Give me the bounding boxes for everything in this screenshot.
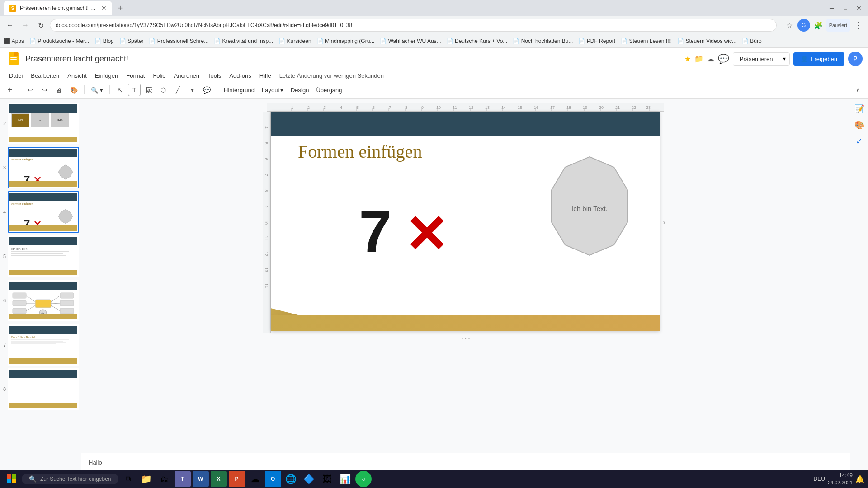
bookmark-apps[interactable]: ⬛ Apps — [4, 38, 24, 44]
menu-addons[interactable]: Add-ons — [226, 70, 255, 81]
star-icon[interactable]: ☆ — [783, 19, 796, 32]
taskbar-edge[interactable]: 🔷 — [301, 471, 317, 487]
bookmark-7[interactable]: 📄 Mindmapping (Gru... — [317, 38, 375, 44]
slide-thumbnail-4[interactable]: Formen einfügen 7 ✕ — [8, 191, 79, 233]
task-view-button[interactable]: ⧉ — [120, 471, 137, 487]
menu-bearbeiten[interactable]: Bearbeiten — [27, 70, 63, 81]
slide-shape-cross[interactable]: ✕ — [404, 209, 448, 261]
taskbar-teams[interactable]: T — [175, 471, 191, 487]
slide-thumbnail-6[interactable]: 🗺 — [8, 280, 79, 321]
image-tool[interactable]: 🖼 — [142, 84, 155, 96]
bookmark-8[interactable]: 📄 Wahlfächer WU Aus... — [380, 38, 441, 44]
bookmark-13[interactable]: 📄 Steuern Videos wic... — [677, 38, 736, 44]
shape-tool[interactable]: ⬡ — [157, 84, 170, 96]
taskbar-files[interactable]: 🗂 — [156, 471, 173, 487]
line-tool[interactable]: ╱ — [171, 84, 184, 96]
add-slide-button[interactable]: + — [4, 84, 16, 96]
menu-anordnen[interactable]: Anordnen — [170, 70, 203, 81]
undo-button[interactable]: ↩ — [24, 84, 37, 96]
bookmark-11[interactable]: 📄 PDF Report — [578, 38, 615, 44]
right-panel-icon-3[interactable]: ✓ — [853, 135, 866, 148]
bookmark-3[interactable]: 📄 Später — [119, 38, 144, 44]
menu-format[interactable]: Format — [123, 70, 148, 81]
lens-icon[interactable]: G — [797, 19, 810, 32]
pause-icon[interactable]: Pausiert — [826, 19, 850, 32]
active-tab[interactable]: S Präsentieren leicht gemacht! – G... ✕ — [4, 1, 112, 15]
line-dropdown[interactable]: ▾ — [186, 84, 198, 96]
bookmark-10[interactable]: 📄 Noch hochladen Bu... — [513, 38, 573, 44]
cursor-tool[interactable]: ↖ — [113, 84, 126, 96]
close-button[interactable]: ✕ — [854, 3, 864, 14]
menu-hilfe[interactable]: Hilfe — [256, 70, 275, 81]
taskbar-explorer[interactable]: 📁 — [138, 471, 155, 487]
bookmark-4[interactable]: 📄 Professionell Schre... — [149, 38, 208, 44]
address-input[interactable]: docs.google.com/presentation/d/1yV372SO5… — [50, 19, 777, 32]
menu-tools[interactable]: Tools — [204, 70, 225, 81]
slide-thumbnail-3[interactable]: Formen einfügen 7 ✕ — [8, 147, 79, 188]
taskbar-word[interactable]: W — [193, 471, 209, 487]
menu-datei[interactable]: Datei — [5, 70, 26, 81]
right-panel-icon-2[interactable]: 🎨 — [853, 119, 866, 131]
taskbar-search[interactable]: 🔍 Zur Suche Text hier eingeben — [22, 474, 118, 484]
expand-right-panel[interactable]: › — [660, 112, 669, 333]
redo-button[interactable]: ↪ — [38, 84, 51, 96]
user-avatar[interactable]: P — [848, 52, 863, 66]
bookmark-12[interactable]: 📄 Steuern Lesen !!!! — [621, 38, 672, 44]
collapse-panel-button[interactable]: ∧ — [852, 84, 864, 96]
extension-icon[interactable]: 🧩 — [812, 19, 825, 32]
menu-ansicht[interactable]: Ansicht — [64, 70, 90, 81]
star-doc-icon[interactable]: ★ — [684, 55, 691, 63]
minimize-button[interactable]: ─ — [826, 3, 837, 14]
slide-thumbnail-8[interactable] — [8, 368, 79, 410]
present-dropdown-arrow[interactable]: ▾ — [779, 53, 789, 65]
taskbar-excel[interactable]: X — [211, 471, 227, 487]
bookmark-9[interactable]: 📄 Deutsche Kurs + Vo... — [447, 38, 508, 44]
back-button[interactable]: ← — [4, 19, 16, 32]
bookmark-6[interactable]: 📄 Kursideen — [278, 38, 311, 44]
more-button[interactable]: ⋮ — [852, 19, 864, 32]
share-button[interactable]: 👤 Freigeben — [793, 52, 844, 66]
taskbar-onedrive[interactable]: ☁ — [247, 471, 263, 487]
maximize-button[interactable]: □ — [840, 3, 851, 14]
comments-button[interactable]: 💬 — [718, 53, 729, 64]
bookmark-1[interactable]: 📄 Produktsuche - Mer... — [29, 38, 89, 44]
text-box-tool[interactable]: T — [128, 84, 141, 96]
bookmark-14[interactable]: 📄 Büro — [742, 38, 762, 44]
paint-format-button[interactable]: 🎨 — [67, 84, 80, 96]
zoom-dropdown[interactable]: 🔍 ▾ — [88, 85, 106, 95]
transition-dropdown[interactable]: Übergang — [313, 85, 344, 95]
taskbar-app1[interactable]: 📊 — [337, 471, 354, 487]
cloud-icon[interactable]: ☁ — [707, 55, 714, 63]
bookmark-2[interactable]: 📄 Blog — [94, 38, 113, 44]
taskbar-spotify[interactable]: ♫ — [355, 471, 372, 487]
start-button[interactable] — [4, 471, 20, 487]
refresh-button[interactable]: ↻ — [34, 19, 47, 32]
taskbar-chrome[interactable]: 🌐 — [283, 471, 299, 487]
present-button[interactable]: Präsentieren — [733, 53, 780, 65]
forward-button[interactable]: → — [19, 19, 32, 32]
taskbar-outlook[interactable]: O — [265, 471, 281, 487]
notification-icon[interactable]: 🔔 — [855, 475, 864, 483]
slide-thumbnail-7[interactable]: Erste Folie – Beispiel — [8, 324, 79, 366]
slide-polygon-container[interactable]: Ich bin Text. — [544, 155, 635, 260]
slide-thumbnail-5[interactable]: Ich bin Text — [8, 235, 79, 277]
slide-thumbnail-2[interactable]: IMG → IMG — [8, 103, 79, 144]
design-dropdown[interactable]: Design — [288, 85, 311, 95]
background-dropdown[interactable]: Hintergrund — [221, 85, 257, 95]
taskbar-powerpoint[interactable]: P — [229, 471, 245, 487]
app-document-title[interactable]: Präsentieren leicht gemacht! — [25, 54, 681, 64]
menu-einfuegen[interactable]: Einfügen — [91, 70, 122, 81]
new-tab-button[interactable]: + — [114, 2, 127, 14]
menu-folie[interactable]: Folie — [149, 70, 169, 81]
comment-tool[interactable]: 💬 — [200, 84, 213, 96]
tab-close-button[interactable]: ✕ — [101, 5, 107, 12]
right-panel-icon-1[interactable]: 📝 — [853, 103, 866, 115]
slide-canvas[interactable]: Formen einfügen 7 ✕ Ich bin Text. — [271, 112, 660, 331]
taskbar-photos[interactable]: 🖼 — [319, 471, 335, 487]
folder-icon[interactable]: 📁 — [694, 55, 703, 63]
bookmark-5[interactable]: 📄 Kreativität und Insp... — [214, 38, 273, 44]
slide-shape-number[interactable]: 7 — [359, 202, 392, 261]
layout-dropdown[interactable]: Layout ▾ — [259, 85, 286, 95]
notes-area[interactable]: Hallo — [81, 453, 850, 472]
print-button[interactable]: 🖨 — [53, 84, 66, 96]
